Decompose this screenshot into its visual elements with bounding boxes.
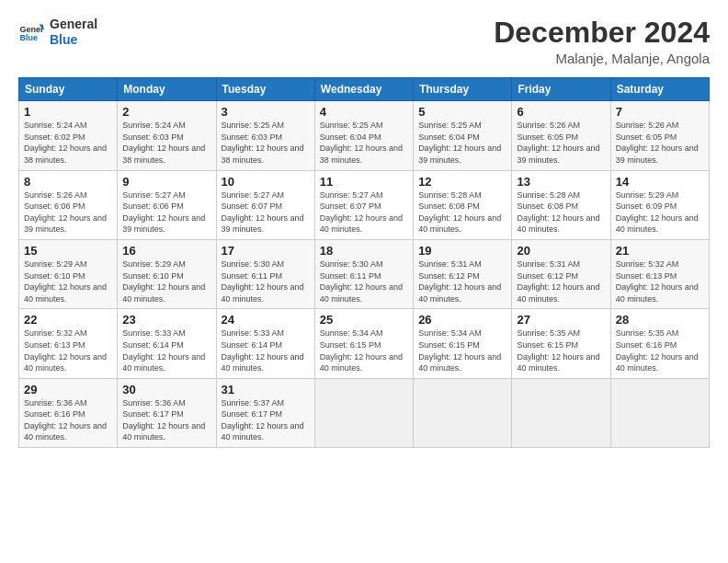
day-number: 25 (320, 313, 408, 327)
day-info: Sunrise: 5:25 AM Sunset: 6:04 PM Dayligh… (418, 120, 506, 166)
day-info: Sunrise: 5:32 AM Sunset: 6:13 PM Dayligh… (616, 259, 704, 304)
day-cell: 9 Sunrise: 5:27 AM Sunset: 6:06 PM Dayli… (118, 170, 216, 239)
day-number: 2 (122, 105, 210, 119)
day-info: Sunrise: 5:37 AM Sunset: 6:17 PM Dayligh… (222, 397, 310, 443)
day-cell: 23 Sunrise: 5:33 AM Sunset: 6:14 PM Dayl… (118, 309, 216, 378)
day-number: 22 (24, 313, 112, 327)
day-number: 27 (517, 313, 605, 327)
day-info: Sunrise: 5:33 AM Sunset: 6:14 PM Dayligh… (222, 327, 310, 373)
day-number: 12 (418, 175, 506, 189)
day-info: Sunrise: 5:28 AM Sunset: 6:08 PM Dayligh… (418, 190, 506, 236)
day-number: 18 (320, 244, 408, 258)
col-header-saturday: Saturday (610, 78, 709, 101)
day-cell: 3 Sunrise: 5:25 AM Sunset: 6:03 PM Dayli… (216, 101, 314, 170)
col-header-sunday: Sunday (19, 78, 118, 101)
day-number: 1 (24, 105, 112, 119)
day-cell: 11 Sunrise: 5:27 AM Sunset: 6:07 PM Dayl… (314, 170, 413, 239)
day-info: Sunrise: 5:31 AM Sunset: 6:12 PM Dayligh… (517, 259, 605, 304)
day-info: Sunrise: 5:35 AM Sunset: 6:15 PM Dayligh… (517, 327, 605, 373)
day-cell (414, 378, 512, 447)
day-number: 4 (320, 105, 408, 119)
day-cell: 14 Sunrise: 5:29 AM Sunset: 6:09 PM Dayl… (610, 170, 709, 239)
col-header-wednesday: Wednesday (314, 78, 413, 101)
logo-general: General (50, 17, 97, 32)
week-row-1: 1 Sunrise: 5:24 AM Sunset: 6:02 PM Dayli… (19, 101, 710, 170)
day-info: Sunrise: 5:31 AM Sunset: 6:12 PM Dayligh… (418, 259, 506, 304)
day-cell: 7 Sunrise: 5:26 AM Sunset: 6:05 PM Dayli… (610, 101, 709, 170)
day-cell: 2 Sunrise: 5:24 AM Sunset: 6:03 PM Dayli… (118, 101, 216, 170)
day-cell: 18 Sunrise: 5:30 AM Sunset: 6:11 PM Dayl… (314, 239, 413, 308)
day-number: 16 (122, 244, 210, 258)
day-cell: 15 Sunrise: 5:29 AM Sunset: 6:10 PM Dayl… (19, 239, 118, 308)
day-number: 13 (517, 175, 605, 189)
col-header-thursday: Thursday (414, 78, 512, 101)
day-info: Sunrise: 5:24 AM Sunset: 6:02 PM Dayligh… (24, 120, 112, 166)
day-info: Sunrise: 5:28 AM Sunset: 6:08 PM Dayligh… (517, 190, 605, 236)
day-cell: 21 Sunrise: 5:32 AM Sunset: 6:13 PM Dayl… (610, 239, 709, 308)
day-info: Sunrise: 5:27 AM Sunset: 6:07 PM Dayligh… (320, 190, 408, 236)
day-number: 5 (418, 105, 506, 119)
day-cell: 4 Sunrise: 5:25 AM Sunset: 6:04 PM Dayli… (314, 101, 413, 170)
day-number: 14 (616, 175, 704, 189)
day-number: 9 (122, 175, 210, 189)
day-number: 26 (418, 313, 506, 327)
subtitle: Malanje, Malanje, Angola (494, 51, 710, 66)
day-info: Sunrise: 5:27 AM Sunset: 6:07 PM Dayligh… (222, 190, 310, 236)
day-number: 31 (222, 383, 310, 396)
day-cell: 17 Sunrise: 5:30 AM Sunset: 6:11 PM Dayl… (216, 239, 314, 308)
day-number: 15 (24, 244, 112, 258)
day-cell (610, 378, 709, 447)
day-cell: 30 Sunrise: 5:36 AM Sunset: 6:17 PM Dayl… (118, 378, 216, 447)
day-cell: 20 Sunrise: 5:31 AM Sunset: 6:12 PM Dayl… (512, 239, 610, 308)
day-number: 24 (222, 313, 310, 327)
page: General Blue General Blue December 2024 … (0, 0, 728, 563)
day-cell: 12 Sunrise: 5:28 AM Sunset: 6:08 PM Dayl… (414, 170, 512, 239)
day-number: 17 (222, 244, 310, 258)
logo: General Blue General Blue (18, 17, 97, 48)
day-info: Sunrise: 5:30 AM Sunset: 6:11 PM Dayligh… (320, 259, 408, 304)
week-row-2: 8 Sunrise: 5:26 AM Sunset: 6:06 PM Dayli… (19, 170, 710, 239)
main-title: December 2024 (494, 17, 710, 49)
day-cell: 10 Sunrise: 5:27 AM Sunset: 6:07 PM Dayl… (216, 170, 314, 239)
day-cell (512, 378, 610, 447)
header: General Blue General Blue December 2024 … (18, 17, 710, 66)
day-info: Sunrise: 5:24 AM Sunset: 6:03 PM Dayligh… (122, 120, 210, 166)
svg-text:Blue: Blue (19, 33, 38, 42)
col-header-monday: Monday (118, 78, 216, 101)
day-number: 8 (24, 175, 112, 189)
day-info: Sunrise: 5:35 AM Sunset: 6:16 PM Dayligh… (616, 327, 704, 373)
logo-icon: General Blue (18, 19, 44, 45)
col-header-friday: Friday (512, 78, 610, 101)
day-cell: 8 Sunrise: 5:26 AM Sunset: 6:06 PM Dayli… (19, 170, 118, 239)
col-header-tuesday: Tuesday (216, 78, 314, 101)
day-cell: 31 Sunrise: 5:37 AM Sunset: 6:17 PM Dayl… (216, 378, 314, 447)
day-number: 23 (122, 313, 210, 327)
day-cell: 25 Sunrise: 5:34 AM Sunset: 6:15 PM Dayl… (314, 309, 413, 378)
day-number: 11 (320, 175, 408, 189)
day-info: Sunrise: 5:32 AM Sunset: 6:13 PM Dayligh… (24, 327, 112, 373)
logo-blue: Blue (50, 32, 97, 48)
day-info: Sunrise: 5:26 AM Sunset: 6:05 PM Dayligh… (517, 120, 605, 166)
day-number: 20 (517, 244, 605, 258)
day-info: Sunrise: 5:26 AM Sunset: 6:06 PM Dayligh… (24, 190, 112, 236)
day-cell: 24 Sunrise: 5:33 AM Sunset: 6:14 PM Dayl… (216, 309, 314, 378)
day-cell: 6 Sunrise: 5:26 AM Sunset: 6:05 PM Dayli… (512, 101, 610, 170)
day-cell: 27 Sunrise: 5:35 AM Sunset: 6:15 PM Dayl… (512, 309, 610, 378)
day-info: Sunrise: 5:27 AM Sunset: 6:06 PM Dayligh… (122, 190, 210, 236)
day-info: Sunrise: 5:26 AM Sunset: 6:05 PM Dayligh… (616, 120, 704, 166)
week-row-5: 29 Sunrise: 5:36 AM Sunset: 6:16 PM Dayl… (19, 378, 710, 447)
day-number: 30 (122, 383, 210, 396)
day-cell: 13 Sunrise: 5:28 AM Sunset: 6:08 PM Dayl… (512, 170, 610, 239)
day-info: Sunrise: 5:33 AM Sunset: 6:14 PM Dayligh… (122, 327, 210, 373)
day-number: 6 (517, 105, 605, 119)
title-block: December 2024 Malanje, Malanje, Angola (494, 17, 710, 66)
day-cell: 16 Sunrise: 5:29 AM Sunset: 6:10 PM Dayl… (118, 239, 216, 308)
day-info: Sunrise: 5:36 AM Sunset: 6:16 PM Dayligh… (24, 397, 112, 443)
day-cell: 1 Sunrise: 5:24 AM Sunset: 6:02 PM Dayli… (19, 101, 118, 170)
day-cell: 22 Sunrise: 5:32 AM Sunset: 6:13 PM Dayl… (19, 309, 118, 378)
day-cell: 5 Sunrise: 5:25 AM Sunset: 6:04 PM Dayli… (414, 101, 512, 170)
week-row-4: 22 Sunrise: 5:32 AM Sunset: 6:13 PM Dayl… (19, 309, 710, 378)
day-info: Sunrise: 5:34 AM Sunset: 6:15 PM Dayligh… (320, 327, 408, 373)
day-info: Sunrise: 5:29 AM Sunset: 6:10 PM Dayligh… (24, 259, 112, 304)
day-info: Sunrise: 5:30 AM Sunset: 6:11 PM Dayligh… (222, 259, 310, 304)
